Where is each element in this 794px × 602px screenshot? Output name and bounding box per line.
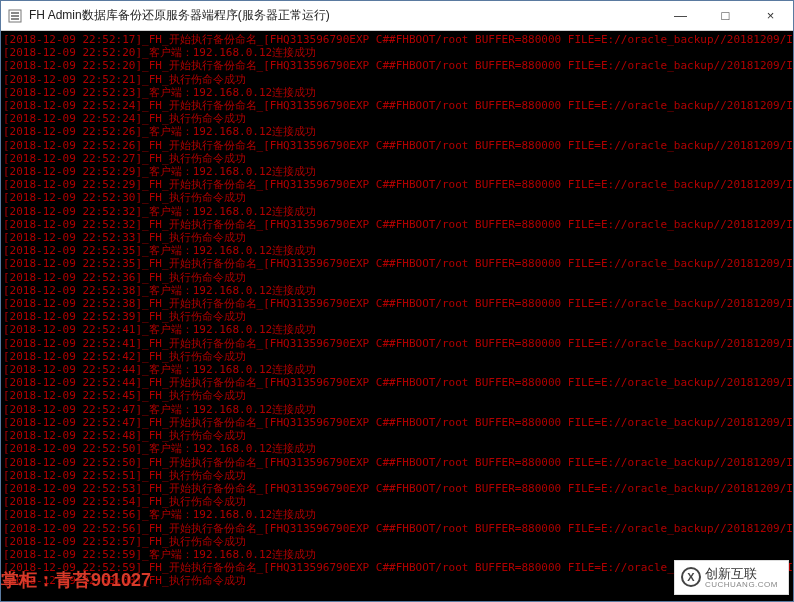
log-line: [2018-12-09 22:52:42]_FH_执行伤命令成功: [3, 350, 791, 363]
console-output[interactable]: [2018-12-09 22:52:17]_FH_开始执行备份命名_[FHQ31…: [1, 31, 793, 601]
svg-rect-2: [11, 15, 19, 17]
log-line: [2018-12-09 22:52:38]_客户端：192.168.0.12连接…: [3, 284, 791, 297]
log-line: [2018-12-09 22:52:48]_FH_执行伤命令成功: [3, 429, 791, 442]
window-title: FH Admin数据库备份还原服务器端程序(服务器正常运行): [29, 7, 658, 24]
log-line: [2018-12-09 22:52:59]_FH_开始执行备份命名_[FHQ31…: [3, 561, 791, 574]
log-line: [2018-12-09 22:52:53]_FH_开始执行备份命名_[FHQ31…: [3, 482, 791, 495]
log-line: [2018-12-09 22:52:26]_FH_开始执行备份命名_[FHQ31…: [3, 139, 791, 152]
log-line: [2018-12-09 22:52:36]_FH_执行伤命令成功: [3, 271, 791, 284]
log-line: [2018-12-09 22:52:56]_FH_开始执行备份命名_[FHQ31…: [3, 522, 791, 535]
svg-rect-3: [11, 18, 19, 20]
log-line: [2018-12-09 22:52:56]_客户端：192.168.0.12连接…: [3, 508, 791, 521]
log-line: [2018-12-09 22:52:29]_FH_开始执行备份命名_[FHQ31…: [3, 178, 791, 191]
log-line: [2018-12-09 22:52:17]_FH_开始执行备份命名_[FHQ31…: [3, 33, 791, 46]
log-line: [2018-12-09 22:52:35]_FH_开始执行备份命名_[FHQ31…: [3, 257, 791, 270]
log-line: [2018-12-09 22:52:44]_FH_开始执行备份命名_[FHQ31…: [3, 376, 791, 389]
log-line: [2018-12-09 22:52:20]_客户端：192.168.0.12连接…: [3, 46, 791, 59]
log-line: [2018-12-09 22:52:20]_FH_开始执行备份命名_[FHQ31…: [3, 59, 791, 72]
log-line: [2018-12-09 22:52:45]_FH_执行伤命令成功: [3, 389, 791, 402]
app-window: FH Admin数据库备份还原服务器端程序(服务器正常运行) — □ × [20…: [0, 0, 794, 602]
log-line: [2018-12-09 22:52:23]_客户端：192.168.0.12连接…: [3, 86, 791, 99]
svg-rect-1: [11, 12, 19, 14]
log-line: [2018-12-09 22:52:41]_FH_开始执行备份命名_[FHQ31…: [3, 337, 791, 350]
close-button[interactable]: ×: [748, 1, 793, 30]
log-line: [2018-12-09 22:52:32]_客户端：192.168.0.12连接…: [3, 205, 791, 218]
log-line: [2018-12-09 22:53:00]_FH_执行伤命令成功: [3, 574, 791, 587]
log-line: [2018-12-09 22:52:57]_FH_执行伤命令成功: [3, 535, 791, 548]
log-line: [2018-12-09 22:52:24]_FH_执行伤命令成功: [3, 112, 791, 125]
log-line: [2018-12-09 22:52:44]_客户端：192.168.0.12连接…: [3, 363, 791, 376]
log-line: [2018-12-09 22:52:35]_客户端：192.168.0.12连接…: [3, 244, 791, 257]
log-line: [2018-12-09 22:52:24]_FH_开始执行备份命名_[FHQ31…: [3, 99, 791, 112]
log-line: [2018-12-09 22:52:50]_客户端：192.168.0.12连接…: [3, 442, 791, 455]
app-icon: [7, 8, 23, 24]
log-line: [2018-12-09 22:52:39]_FH_执行伤命令成功: [3, 310, 791, 323]
log-line: [2018-12-09 22:52:29]_客户端：192.168.0.12连接…: [3, 165, 791, 178]
log-line: [2018-12-09 22:52:54]_FH_执行伤命令成功: [3, 495, 791, 508]
window-controls: — □ ×: [658, 1, 793, 30]
log-line: [2018-12-09 22:52:59]_客户端：192.168.0.12连接…: [3, 548, 791, 561]
log-line: [2018-12-09 22:52:41]_客户端：192.168.0.12连接…: [3, 323, 791, 336]
log-line: [2018-12-09 22:52:27]_FH_执行伤命令成功: [3, 152, 791, 165]
log-line: [2018-12-09 22:52:33]_FH_执行伤命令成功: [3, 231, 791, 244]
log-line: [2018-12-09 22:52:26]_客户端：192.168.0.12连接…: [3, 125, 791, 138]
log-line: [2018-12-09 22:52:47]_FH_开始执行备份命名_[FHQ31…: [3, 416, 791, 429]
titlebar[interactable]: FH Admin数据库备份还原服务器端程序(服务器正常运行) — □ ×: [1, 1, 793, 31]
log-line: [2018-12-09 22:52:30]_FH_执行伤命令成功: [3, 191, 791, 204]
maximize-button[interactable]: □: [703, 1, 748, 30]
log-line: [2018-12-09 22:52:47]_客户端：192.168.0.12连接…: [3, 403, 791, 416]
log-line: [2018-12-09 22:52:51]_FH_执行伤命令成功: [3, 469, 791, 482]
log-line: [2018-12-09 22:52:38]_FH_开始执行备份命名_[FHQ31…: [3, 297, 791, 310]
log-line: [2018-12-09 22:52:32]_FH_开始执行备份命名_[FHQ31…: [3, 218, 791, 231]
log-line: [2018-12-09 22:52:21]_FH_执行伤命令成功: [3, 73, 791, 86]
log-line: [2018-12-09 22:52:50]_FH_开始执行备份命名_[FHQ31…: [3, 456, 791, 469]
minimize-button[interactable]: —: [658, 1, 703, 30]
